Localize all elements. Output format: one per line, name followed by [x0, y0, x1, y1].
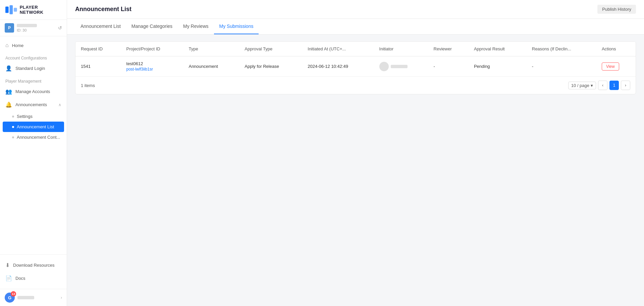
- cell-approval-type: Apply for Release: [239, 56, 302, 77]
- logo-text: PLAYER NETWORK: [20, 5, 61, 15]
- col-type: Type: [183, 42, 239, 56]
- page-1-button[interactable]: 1: [609, 81, 619, 90]
- sidebar-item-home-label: Home: [12, 43, 24, 48]
- user-icon: 👤: [5, 65, 12, 72]
- initiator-avatar: [379, 62, 389, 71]
- tab-manage-categories[interactable]: Manage Categories: [126, 19, 178, 34]
- sidebar-item-standard-login[interactable]: 👤 Standard Login: [0, 62, 67, 75]
- submissions-table: Request ID Project/Project ID Type Appro…: [75, 42, 636, 76]
- content-area: Request ID Project/Project ID Type Appro…: [67, 35, 644, 306]
- sidebar-item-announcement-cont-label: Announcement Cont...: [17, 135, 60, 140]
- tab-my-submissions[interactable]: My Submissions: [214, 19, 259, 34]
- cell-request-id: 1541: [75, 56, 121, 77]
- page-size-select[interactable]: 10 / page ▾: [568, 82, 596, 89]
- col-reasons: Reasons (If Declin...: [527, 42, 596, 56]
- cell-reviewer: -: [428, 56, 469, 77]
- sidebar-logo: PLAYER NETWORK: [0, 0, 67, 20]
- table-footer: 1 items 10 / page ▾ ‹ 1 ›: [75, 76, 636, 94]
- svg-rect-2: [14, 8, 17, 12]
- dot-active-icon: [12, 126, 14, 128]
- cell-project-name: test0612: [126, 61, 178, 66]
- col-initiator: Initiator: [374, 42, 428, 56]
- col-actions: Actions: [596, 42, 636, 56]
- sidebar-item-manage-accounts-label: Manage Accounts: [15, 89, 50, 94]
- col-approval-result: Approval Result: [469, 42, 527, 56]
- manage-accounts-icon: 👥: [5, 88, 12, 95]
- sidebar-item-docs-label: Docs: [15, 276, 25, 281]
- user-avatar: P: [5, 23, 14, 33]
- next-page-button[interactable]: ›: [621, 81, 630, 90]
- sidebar-nav: ⌂ Home Account Configurations 👤 Standard…: [0, 36, 67, 254]
- dot-icon-2: [12, 136, 14, 138]
- tab-announcement-list[interactable]: Announcement List: [75, 19, 126, 34]
- main-content: Announcement List Publish History Announ…: [67, 0, 644, 306]
- announcements-icon: 🔔: [5, 101, 12, 108]
- dot-icon: [12, 116, 14, 118]
- cell-reasons: -: [527, 56, 596, 77]
- col-initiated-at: Initiated At (UTC+...: [302, 42, 374, 56]
- table-row: 1541 test0612 post-lwlf3iib1sr Announcem…: [75, 56, 636, 77]
- user-id: ID: 30: [17, 28, 55, 32]
- cell-type: Announcement: [183, 56, 239, 77]
- svg-rect-1: [10, 5, 13, 14]
- sidebar-user[interactable]: P ID: 30 ↺: [0, 20, 67, 36]
- chevron-right-icon: ›: [61, 295, 62, 300]
- chevron-down-icon: ▾: [591, 83, 593, 88]
- refresh-icon[interactable]: ↺: [58, 25, 62, 31]
- user-name-bar: [17, 24, 37, 27]
- cell-actions: View: [596, 56, 636, 77]
- docs-icon: 📄: [5, 275, 12, 281]
- col-project: Project/Project ID: [121, 42, 183, 56]
- cell-initiator: [374, 56, 428, 77]
- chevron-up-icon: ∧: [58, 102, 61, 107]
- prev-page-button[interactable]: ‹: [598, 81, 607, 90]
- sidebar-item-home[interactable]: ⌂ Home: [0, 39, 67, 52]
- sidebar: PLAYER NETWORK P ID: 30 ↺ ⌂ Home Account…: [0, 0, 67, 306]
- cell-project: test0612 post-lwlf3iib1sr: [121, 56, 183, 77]
- main-header: Announcement List Publish History: [67, 0, 644, 19]
- cell-initiated-at: 2024-06-12 10:42:49: [302, 56, 374, 77]
- sidebar-item-manage-accounts[interactable]: 👥 Manage Accounts: [0, 85, 67, 98]
- page-size-label: 10 / page: [571, 83, 589, 88]
- sidebar-bottom: ⬇ Download Resources 📄 Docs: [0, 254, 67, 289]
- view-button[interactable]: View: [602, 62, 619, 71]
- tab-my-reviews[interactable]: My Reviews: [178, 19, 214, 34]
- initiator-info: [379, 62, 423, 71]
- download-icon: ⬇: [5, 262, 10, 268]
- sidebar-item-announcement-list[interactable]: Announcement List: [3, 122, 64, 132]
- table-header-row: Request ID Project/Project ID Type Appro…: [75, 42, 636, 56]
- sidebar-item-settings[interactable]: Settings: [0, 111, 67, 122]
- user-info: ID: 30: [17, 24, 55, 32]
- sidebar-item-announcements[interactable]: 🔔 Announcements ∧: [0, 98, 67, 111]
- initiator-name-bar: [391, 65, 408, 68]
- logo-icon: [5, 5, 17, 14]
- table-card: Request ID Project/Project ID Type Appro…: [75, 41, 636, 94]
- cell-approval-result: Pending: [469, 56, 527, 77]
- publish-history-button[interactable]: Publish History: [597, 5, 636, 14]
- player-management-section: Player Management: [0, 75, 67, 85]
- sidebar-item-announcements-label: Announcements: [15, 102, 47, 107]
- tabs-bar: Announcement List Manage Categories My R…: [67, 19, 644, 35]
- home-icon: ⌂: [5, 42, 9, 48]
- col-request-id: Request ID: [75, 42, 121, 56]
- sidebar-item-announcement-cont[interactable]: Announcement Cont...: [0, 132, 67, 142]
- pagination: 10 / page ▾ ‹ 1 ›: [568, 81, 630, 90]
- sidebar-item-announcement-list-label: Announcement List: [17, 124, 54, 129]
- svg-rect-0: [5, 6, 9, 13]
- page-title: Announcement List: [75, 6, 131, 13]
- account-configurations-section: Account Configurations: [0, 52, 67, 62]
- col-reviewer: Reviewer: [428, 42, 469, 56]
- footer-username-bar: [17, 296, 34, 299]
- sidebar-footer[interactable]: G 13 ›: [0, 289, 67, 306]
- items-count: 1 items: [81, 83, 95, 88]
- col-approval-type: Approval Type: [239, 42, 302, 56]
- sidebar-item-docs[interactable]: 📄 Docs: [0, 272, 67, 285]
- sidebar-item-download-resources-label: Download Resources: [13, 263, 55, 268]
- sidebar-item-standard-login-label: Standard Login: [15, 66, 45, 71]
- cell-project-id: post-lwlf3iib1sr: [126, 67, 178, 72]
- sidebar-item-settings-label: Settings: [17, 114, 33, 119]
- footer-avatar: G 13: [5, 293, 15, 303]
- notification-badge: 13: [11, 291, 16, 297]
- sidebar-item-download-resources[interactable]: ⬇ Download Resources: [0, 259, 67, 272]
